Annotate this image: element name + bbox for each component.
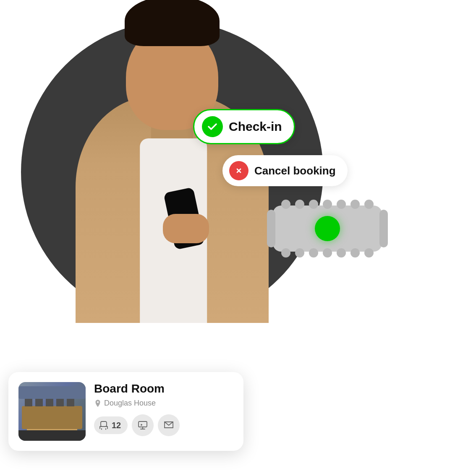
- checkin-label: Check-in: [229, 120, 282, 134]
- table-surface: [22, 406, 82, 429]
- room-amenities: 12: [94, 414, 233, 436]
- bump: [295, 248, 304, 258]
- room-name: Board Room: [94, 382, 233, 395]
- bump: [350, 200, 360, 209]
- toggle-indicator-dot: [315, 216, 340, 241]
- message-amenity-badge: [158, 414, 180, 436]
- bump: [323, 248, 332, 258]
- room-image: [18, 382, 86, 441]
- room-location: Douglas House: [94, 399, 233, 408]
- bump: [337, 248, 346, 258]
- svg-rect-1: [101, 421, 107, 427]
- capacity-badge: 12: [94, 416, 128, 434]
- scene: UPCOMING Check-in Cancel booking: [0, 0, 476, 476]
- bump: [350, 248, 360, 258]
- bump: [337, 200, 346, 209]
- person-hair: [125, 0, 220, 46]
- x-circle-icon: [229, 161, 248, 180]
- toggle-body: [273, 205, 382, 252]
- person-hands: [163, 214, 209, 243]
- location-pin-icon: [94, 400, 102, 407]
- screen-icon: [137, 420, 148, 431]
- checkmark-icon: [202, 116, 223, 137]
- room-info: Board Room Douglas House 12: [94, 382, 233, 436]
- location-text: Douglas House: [104, 399, 156, 408]
- bump: [281, 200, 290, 209]
- upcoming-label: UPCOMING: [25, 335, 86, 346]
- capacity-number: 12: [112, 421, 121, 430]
- room-card: Board Room Douglas House 12: [8, 372, 243, 451]
- svg-point-0: [97, 401, 99, 403]
- screen: [18, 386, 86, 399]
- checkin-button[interactable]: Check-in: [193, 109, 295, 144]
- bump: [309, 248, 318, 258]
- bump: [364, 248, 374, 258]
- bump: [281, 248, 290, 258]
- toggle-bumps-top: [281, 200, 374, 209]
- message-icon: [163, 420, 174, 431]
- cancel-button[interactable]: Cancel booking: [222, 155, 348, 186]
- svg-rect-2: [139, 421, 147, 427]
- bump: [364, 200, 374, 209]
- bump: [295, 200, 304, 209]
- seat-icon: [98, 420, 109, 431]
- bump: [309, 200, 318, 209]
- bump: [323, 200, 332, 209]
- cancel-label: Cancel booking: [254, 164, 336, 177]
- toggle-device: [273, 205, 382, 252]
- toggle-bumps-bottom: [281, 248, 374, 258]
- screen-amenity-badge: [132, 414, 154, 436]
